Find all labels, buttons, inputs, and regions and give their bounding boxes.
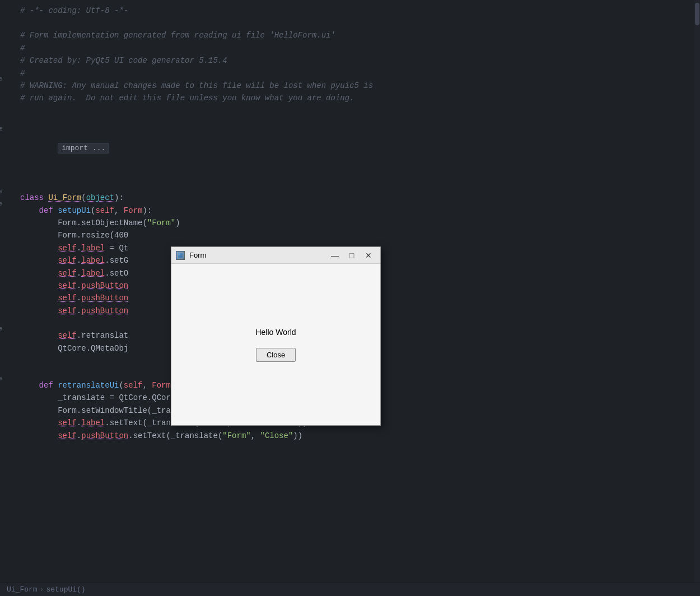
breadcrumb-item-1: Ui_Form bbox=[7, 585, 38, 594]
line-content: class Ui_Form(object): bbox=[17, 192, 696, 204]
line-content: # -*- coding: Utf-8 -*- bbox=[17, 4, 696, 17]
qt-form-dialog: Form — □ ✕ Hello World Close bbox=[171, 246, 381, 426]
code-line: # run again. Do not edit this file unles… bbox=[0, 92, 700, 104]
dialog-window-controls: — □ ✕ bbox=[328, 250, 376, 261]
dialog-title: Form bbox=[189, 251, 323, 259]
line-content: # run again. Do not edit this file unles… bbox=[17, 92, 696, 104]
code-line: ⊖ def setupUi(self, Form): bbox=[0, 204, 700, 217]
breadcrumb-separator: › bbox=[40, 585, 44, 594]
code-line: # bbox=[0, 67, 700, 80]
line-content: Form.setObjectName("Form") bbox=[17, 217, 696, 229]
line-content: self.pushButton.setText(_translate("Form… bbox=[17, 430, 696, 442]
code-line bbox=[0, 117, 700, 129]
line-content: # bbox=[17, 42, 696, 54]
fold-icon[interactable]: ⊖ bbox=[0, 187, 3, 197]
line-content: # bbox=[17, 67, 696, 80]
line-content: import ... bbox=[17, 129, 696, 167]
breadcrumb: Ui_Form › setupUi() bbox=[7, 585, 86, 594]
app-icon-svg bbox=[177, 252, 184, 259]
line-content: # Form implementation generated from rea… bbox=[17, 29, 696, 41]
dialog-app-icon bbox=[176, 251, 185, 260]
dialog-close-button[interactable]: ✕ bbox=[361, 250, 376, 261]
line-content: def setupUi(self, Form): bbox=[17, 204, 696, 217]
import-fold[interactable]: import ... bbox=[58, 143, 109, 153]
code-line: Form.setObjectName("Form") bbox=[0, 217, 700, 229]
code-line bbox=[0, 179, 700, 192]
fold-icon[interactable]: ⊖ bbox=[0, 324, 3, 334]
code-line: Form.resize(400 bbox=[0, 229, 700, 241]
dialog-body: Hello World Close bbox=[171, 264, 380, 425]
code-line bbox=[0, 105, 700, 117]
minimize-button[interactable]: — bbox=[328, 250, 342, 261]
code-line: self.pushButton.setText(_translate("Form… bbox=[0, 430, 700, 442]
code-editor: # -*- coding: Utf-8 -*- # Form implement… bbox=[0, 0, 700, 596]
breadcrumb-item-2: setupUi() bbox=[46, 585, 85, 594]
code-line bbox=[0, 167, 700, 179]
close-form-button[interactable]: Close bbox=[256, 348, 296, 362]
line-content: Form.resize(400 bbox=[17, 229, 696, 241]
code-line: # Form implementation generated from rea… bbox=[0, 29, 700, 41]
line-content: # Created by: PyQt5 UI code generator 5.… bbox=[17, 54, 696, 67]
code-line: ⊖ class Ui_Form(object): bbox=[0, 192, 700, 204]
line-content: # WARNING: Any manual changes made to th… bbox=[17, 80, 696, 92]
code-line: ⊖ # WARNING: Any manual changes made to … bbox=[0, 80, 700, 92]
code-line: # Created by: PyQt5 UI code generator 5.… bbox=[0, 54, 700, 67]
fold-icon[interactable]: ⊞ bbox=[0, 124, 3, 134]
fold-icon[interactable]: ⊖ bbox=[0, 199, 3, 209]
code-line: # -*- coding: Utf-8 -*- bbox=[0, 4, 700, 17]
svg-rect-1 bbox=[178, 253, 180, 255]
code-line: # bbox=[0, 42, 700, 54]
maximize-button[interactable]: □ bbox=[344, 250, 359, 261]
scrollbar[interactable] bbox=[694, 0, 700, 583]
dialog-titlebar: Form — □ ✕ bbox=[171, 247, 380, 264]
scrollbar-thumb[interactable] bbox=[695, 3, 699, 25]
code-line bbox=[0, 17, 700, 29]
status-bar: Ui_Form › setupUi() bbox=[0, 583, 700, 596]
hello-world-label: Hello World bbox=[255, 328, 296, 337]
fold-icon[interactable]: ⊖ bbox=[0, 374, 3, 384]
fold-icon[interactable]: ⊖ bbox=[0, 74, 3, 85]
code-line: ⊞ import ... bbox=[0, 129, 700, 167]
